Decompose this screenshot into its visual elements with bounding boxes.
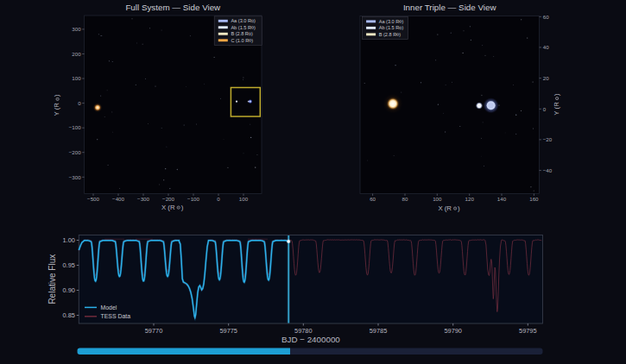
svg-text:): ): [458, 204, 460, 212]
svg-text:Ab (1.5 R: Ab (1.5 R: [379, 25, 400, 30]
svg-text:): ): [402, 19, 403, 24]
svg-text:): ): [254, 25, 256, 30]
svg-text:): ): [251, 38, 253, 43]
svg-text:59780: 59780: [294, 327, 313, 335]
svg-text:160: 160: [529, 196, 539, 202]
svg-text:Aa (3.0 R: Aa (3.0 R: [379, 19, 400, 24]
svg-text:20: 20: [543, 75, 549, 81]
svg-text:Relative Flux: Relative Flux: [47, 254, 57, 304]
svg-text:Ab (1.5 R: Ab (1.5 R: [231, 25, 251, 30]
svg-text:1.00: 1.00: [63, 236, 75, 244]
svg-text:59785: 59785: [370, 327, 388, 335]
svg-text:X (R: X (R: [161, 204, 175, 211]
svg-text:0.95: 0.95: [63, 261, 75, 269]
svg-text:120: 120: [465, 196, 475, 202]
svg-text:59770: 59770: [145, 327, 163, 335]
svg-text:0.90: 0.90: [63, 286, 75, 294]
svg-text:): ): [399, 32, 401, 37]
svg-text:): ): [254, 18, 256, 23]
svg-text:Inner Triple — Side View: Inner Triple — Side View: [403, 3, 497, 12]
svg-text:): ): [181, 204, 184, 211]
svg-text:−200: −200: [162, 196, 174, 202]
svg-text:−20: −20: [543, 136, 553, 142]
svg-text:100: 100: [72, 75, 81, 81]
svg-text:−400: −400: [112, 196, 124, 202]
svg-text:59790: 59790: [444, 327, 462, 335]
svg-text:−40: −40: [543, 167, 553, 173]
svg-text:BJD − 2400000: BJD − 2400000: [281, 335, 340, 344]
svg-text:59775: 59775: [219, 327, 237, 335]
svg-text:Model: Model: [101, 304, 117, 311]
svg-text:−300: −300: [69, 174, 81, 180]
svg-text:0: 0: [78, 100, 81, 106]
svg-text:Y (R: Y (R: [553, 102, 560, 116]
svg-text:140: 140: [497, 196, 507, 202]
svg-text:): ): [251, 31, 253, 36]
svg-text:): ): [54, 94, 61, 97]
svg-text:−100: −100: [187, 196, 199, 202]
svg-text:Y (R: Y (R: [54, 103, 61, 116]
svg-text:59795: 59795: [519, 327, 537, 335]
svg-text:B (2.8 R: B (2.8 R: [379, 32, 397, 37]
svg-text:100: 100: [239, 196, 249, 202]
svg-text:60: 60: [543, 14, 549, 20]
svg-text:−200: −200: [69, 149, 81, 155]
svg-text:Aa (3.0 R: Aa (3.0 R: [231, 18, 251, 23]
svg-text:−500: −500: [87, 196, 99, 202]
svg-text:0: 0: [217, 196, 220, 202]
svg-text:): ): [553, 93, 560, 96]
svg-text:60: 60: [370, 196, 376, 202]
svg-text:−100: −100: [69, 124, 81, 130]
svg-text:100: 100: [433, 196, 442, 202]
svg-text:X (R: X (R: [438, 204, 452, 212]
svg-text:−300: −300: [137, 196, 149, 202]
svg-text:300: 300: [72, 26, 81, 32]
svg-text:0: 0: [543, 106, 547, 112]
svg-text:0.85: 0.85: [63, 311, 75, 319]
svg-text:Full System — Side View: Full System — Side View: [125, 3, 221, 12]
svg-text:B (2.8 R: B (2.8 R: [231, 31, 249, 36]
svg-text:200: 200: [72, 51, 81, 57]
svg-text:TESS Data: TESS Data: [101, 313, 131, 319]
svg-text:): ): [402, 25, 403, 30]
svg-text:C (1.0 R: C (1.0 R: [231, 38, 249, 43]
svg-text:40: 40: [543, 44, 549, 50]
svg-text:80: 80: [402, 196, 408, 202]
